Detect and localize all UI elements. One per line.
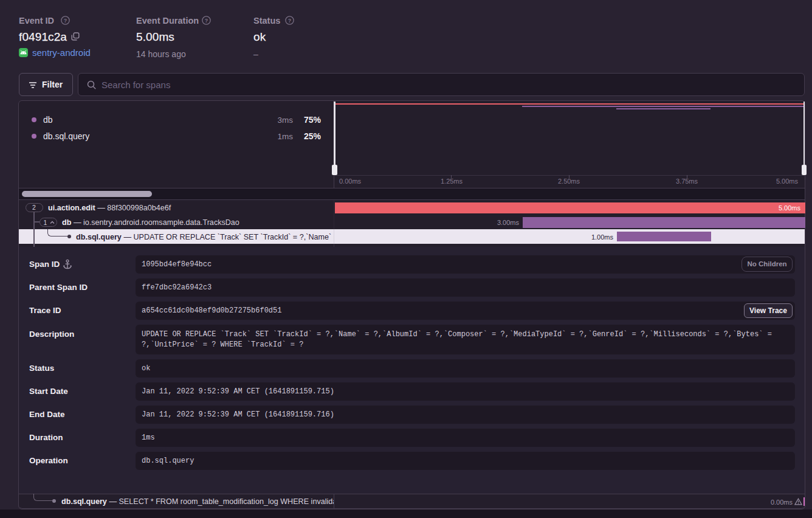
svg-text:?: ?	[205, 18, 208, 24]
svg-text:?: ?	[288, 18, 292, 24]
svg-text:?: ?	[64, 18, 67, 24]
